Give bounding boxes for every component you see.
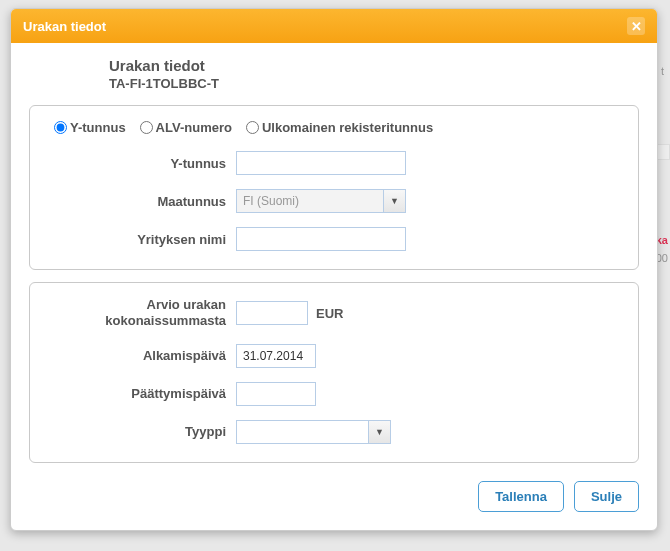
- details-fieldset: Arvio urakan kokonaissummasta EUR Alkami…: [29, 282, 639, 463]
- input-arvio[interactable]: [236, 301, 308, 325]
- suffix-eur: EUR: [316, 306, 343, 321]
- radio-foreign-input[interactable]: [246, 121, 259, 134]
- label-arvio: Arvio urakan kokonaissummasta: [46, 297, 236, 330]
- contract-id: TA-FI-1TOLBBC-T: [109, 76, 639, 91]
- radio-ytunnus[interactable]: Y-tunnus: [54, 120, 126, 135]
- radio-foreign-label: Ulkomainen rekisteritunnus: [262, 120, 433, 135]
- radio-foreign[interactable]: Ulkomainen rekisteritunnus: [246, 120, 433, 135]
- label-arvio-line2: kokonaissummasta: [105, 313, 226, 328]
- radio-alv-label: ALV-numero: [156, 120, 232, 135]
- background-fragment: t: [661, 65, 664, 77]
- heading-block: Urakan tiedot TA-FI-1TOLBBC-T: [109, 57, 639, 91]
- dialog-body: Urakan tiedot TA-FI-1TOLBBC-T Y-tunnus A…: [11, 43, 657, 530]
- id-type-radio-group: Y-tunnus ALV-numero Ulkomainen rekisteri…: [54, 120, 622, 135]
- radio-ytunnus-label: Y-tunnus: [70, 120, 126, 135]
- page-title: Urakan tiedot: [109, 57, 639, 74]
- label-yritys: Yrityksen nimi: [46, 232, 236, 247]
- label-ytunnus: Y-tunnus: [46, 156, 236, 171]
- chevron-down-icon[interactable]: ▼: [368, 421, 390, 443]
- input-yritys[interactable]: [236, 227, 406, 251]
- dialog-titlebar: Urakan tiedot ✕: [11, 9, 657, 43]
- dialog-title: Urakan tiedot: [23, 19, 106, 34]
- row-alku: Alkamispäivä: [46, 344, 622, 368]
- row-maatunnus: Maatunnus ▼: [46, 189, 622, 213]
- label-arvio-line1: Arvio urakan: [147, 297, 226, 312]
- radio-alv[interactable]: ALV-numero: [140, 120, 232, 135]
- dialog: Urakan tiedot ✕ Urakan tiedot TA-FI-1TOL…: [10, 8, 658, 531]
- close-icon[interactable]: ✕: [627, 17, 645, 35]
- label-loppu: Päättymispäivä: [46, 386, 236, 401]
- row-ytunnus: Y-tunnus: [46, 151, 622, 175]
- chevron-down-icon[interactable]: ▼: [383, 190, 405, 212]
- select-tyyppi[interactable]: ▼: [236, 420, 391, 444]
- save-button[interactable]: Tallenna: [478, 481, 564, 512]
- row-tyyppi: Tyyppi ▼: [46, 420, 622, 444]
- select-maatunnus-input[interactable]: [236, 189, 406, 213]
- dialog-footer: Tallenna Sulje: [29, 481, 639, 512]
- input-loppu[interactable]: [236, 382, 316, 406]
- radio-alv-input[interactable]: [140, 121, 153, 134]
- label-maatunnus: Maatunnus: [46, 194, 236, 209]
- label-alku: Alkamispäivä: [46, 348, 236, 363]
- radio-ytunnus-input[interactable]: [54, 121, 67, 134]
- company-fieldset: Y-tunnus ALV-numero Ulkomainen rekisteri…: [29, 105, 639, 270]
- row-arvio: Arvio urakan kokonaissummasta EUR: [46, 297, 622, 330]
- input-ytunnus[interactable]: [236, 151, 406, 175]
- input-alku[interactable]: [236, 344, 316, 368]
- label-tyyppi: Tyyppi: [46, 424, 236, 439]
- select-maatunnus[interactable]: ▼: [236, 189, 406, 213]
- close-button[interactable]: Sulje: [574, 481, 639, 512]
- row-yritys: Yrityksen nimi: [46, 227, 622, 251]
- row-loppu: Päättymispäivä: [46, 382, 622, 406]
